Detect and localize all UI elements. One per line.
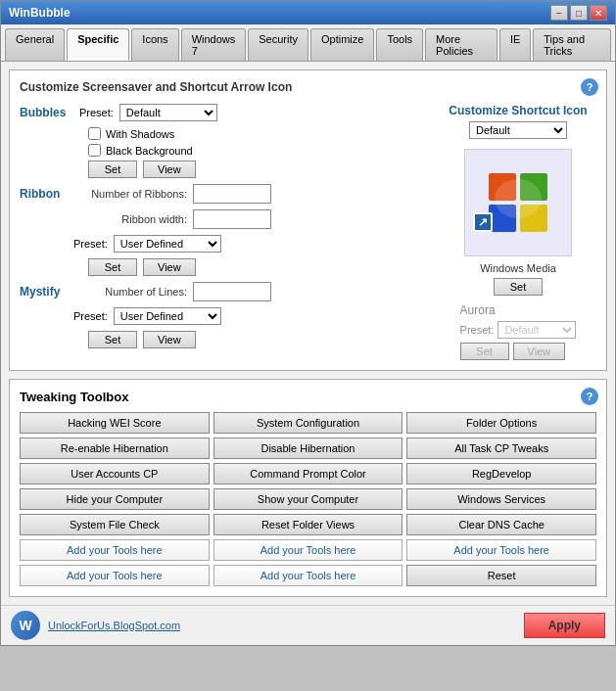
tool-add-1[interactable]: Add your Tools here — [20, 539, 210, 561]
preset-label: Preset: — [79, 107, 114, 118]
shortcut-preset-select[interactable]: Default — [469, 121, 567, 139]
screensaver-panel: Customize Screensaver and Shortcut Arrow… — [9, 69, 607, 371]
window-title: WinBubble — [9, 6, 71, 20]
tool-system-config[interactable]: System Configuration — [213, 412, 403, 434]
aurora-view-button[interactable]: View — [513, 343, 566, 360]
tool-hacking-wei[interactable]: Hacking WEI Score — [20, 412, 210, 434]
ribbon-view-button[interactable]: View — [143, 258, 196, 276]
footer-left: W UnlockForUs.BlogSpot.com — [11, 611, 180, 640]
num-lines-label: Number of Lines: — [79, 286, 187, 298]
ribbon-width-label: Ribbon width: — [79, 213, 187, 225]
with-shadows-checkbox[interactable] — [88, 127, 101, 140]
maximize-button[interactable]: □ — [570, 5, 588, 21]
aurora-section: Aurora Preset: Default Set View — [460, 303, 577, 360]
svg-point-4 — [495, 179, 542, 218]
mystify-set-button[interactable]: Set — [88, 331, 137, 348]
ribbon-preset-row: Preset: User Defined — [73, 235, 430, 253]
tab-bar: General Specific Icons Windows 7 Securit… — [1, 24, 615, 62]
main-content: Customize Screensaver and Shortcut Arrow… — [1, 62, 615, 605]
bubbles-view-button[interactable]: View — [143, 161, 196, 178]
tab-more-policies[interactable]: More Policies — [425, 28, 498, 61]
mystify-btn-row: Set View — [88, 331, 430, 348]
tab-security[interactable]: Security — [248, 28, 308, 61]
tool-add-3[interactable]: Add your Tools here — [406, 539, 596, 561]
bubbles-row: Bubbles Preset: Default — [20, 104, 430, 121]
tool-hide-computer[interactable]: Hide your Computer — [20, 488, 210, 510]
tool-user-accounts[interactable]: User Accounts CP — [20, 463, 210, 484]
mystify-label: Mystify — [20, 285, 73, 299]
ribbon-width-input[interactable] — [193, 209, 271, 229]
num-ribbons-input[interactable] — [193, 184, 271, 204]
aurora-title: Aurora — [460, 303, 577, 317]
tab-optimize[interactable]: Optimize — [310, 28, 374, 61]
ribbon-label: Ribbon — [20, 187, 73, 201]
tab-general[interactable]: General — [5, 28, 65, 61]
screensaver-right: Customize Shortcut Icon Default — [440, 104, 596, 360]
tool-reset-folder-views[interactable]: Reset Folder Views — [213, 514, 403, 535]
mystify-preset-label: Preset: — [73, 310, 108, 322]
close-button[interactable]: ✕ — [590, 5, 607, 21]
tool-windows-services[interactable]: Windows Services — [406, 488, 596, 510]
tool-folder-options[interactable]: Folder Options — [406, 412, 596, 434]
bubbles-label: Bubbles — [20, 106, 73, 119]
tab-windows7[interactable]: Windows 7 — [181, 28, 247, 61]
toolbox-panel: ? Tweaking Toolbox Hacking WEI Score Sys… — [9, 379, 607, 597]
tool-add-4[interactable]: Add your Tools here — [20, 565, 210, 586]
ribbon-row: Ribbon Number of Ribbons: — [20, 184, 430, 204]
footer-link[interactable]: UnlockForUs.BlogSpot.com — [48, 620, 180, 631]
shortcut-arrow-overlay: ↗ — [473, 212, 493, 232]
main-window: WinBubble − □ ✕ General Specific Icons W… — [0, 0, 616, 646]
footer-logo-icon: W — [11, 611, 40, 640]
title-bar-buttons: − □ ✕ — [550, 5, 607, 21]
bubbles-btn-row: Set View — [88, 161, 430, 178]
mystify-preset-row: Preset: User Defined — [73, 307, 430, 325]
tool-clear-dns[interactable]: Clear DNS Cache — [406, 514, 596, 535]
toolbox-title: Tweaking Toolbox — [20, 390, 596, 404]
toolbox-help-icon[interactable]: ? — [581, 388, 598, 405]
tool-system-file-check[interactable]: System File Check — [20, 514, 210, 535]
footer: W UnlockForUs.BlogSpot.com Apply — [1, 605, 615, 645]
aurora-set-button[interactable]: Set — [460, 343, 509, 360]
ribbon-width-row: Ribbon width: — [20, 209, 430, 229]
tool-show-computer[interactable]: Show your Computer — [213, 488, 403, 510]
shortcut-set-button[interactable]: Set — [494, 278, 543, 296]
tab-tips[interactable]: Tips and Tricks — [533, 28, 611, 61]
tool-add-5[interactable]: Add your Tools here — [213, 565, 403, 586]
bubbles-set-button[interactable]: Set — [88, 161, 137, 178]
screensaver-left: Bubbles Preset: Default With Shadows Bla… — [20, 104, 430, 360]
aurora-preset-select[interactable]: Default — [498, 321, 576, 339]
tool-add-2[interactable]: Add your Tools here — [213, 539, 403, 561]
screensaver-panel-title: Customize Screensaver and Shortcut Arrow… — [20, 80, 596, 94]
windows-logo-icon — [487, 171, 549, 234]
black-bg-row: Black Background — [88, 144, 430, 157]
screensaver-layout: Bubbles Preset: Default With Shadows Bla… — [20, 104, 596, 360]
mystify-view-button[interactable]: View — [143, 331, 196, 348]
tab-icons[interactable]: Icons — [131, 28, 178, 61]
shortcut-title: Customize Shortcut Icon — [449, 104, 587, 117]
minimize-button[interactable]: − — [550, 5, 568, 21]
mystify-preset-select[interactable]: User Defined — [114, 307, 221, 325]
tool-all-task-cp[interactable]: All Task CP Tweaks — [406, 438, 596, 459]
tool-regdevelop[interactable]: RegDevelop — [406, 463, 596, 484]
tool-reenable-hibernation[interactable]: Re-enable Hibernation — [20, 438, 210, 459]
title-bar: WinBubble − □ ✕ — [1, 1, 615, 24]
apply-button[interactable]: Apply — [524, 613, 605, 638]
ribbon-set-button[interactable]: Set — [88, 258, 137, 276]
with-shadows-row: With Shadows — [88, 127, 430, 140]
icon-label: Windows Media — [480, 262, 556, 274]
ribbon-preset-label: Preset: — [73, 238, 108, 250]
mystify-row: Mystify Number of Lines: — [20, 282, 430, 301]
ribbon-btn-row: Set View — [88, 258, 430, 276]
tab-tools[interactable]: Tools — [376, 28, 423, 61]
tool-cmd-color[interactable]: Command Prompt Color — [213, 463, 403, 484]
shortcut-icon-area: ↗ — [464, 149, 572, 256]
tab-ie[interactable]: IE — [499, 28, 531, 61]
bubbles-preset-select[interactable]: Default — [119, 104, 217, 121]
num-lines-input[interactable] — [193, 282, 271, 301]
ribbon-preset-select[interactable]: User Defined — [114, 235, 221, 253]
screensaver-help-icon[interactable]: ? — [581, 78, 598, 96]
tab-specific[interactable]: Specific — [67, 28, 129, 61]
tool-reset[interactable]: Reset — [406, 565, 596, 586]
black-bg-checkbox[interactable] — [88, 144, 101, 157]
tool-disable-hibernation[interactable]: Disable Hibernation — [213, 438, 403, 459]
